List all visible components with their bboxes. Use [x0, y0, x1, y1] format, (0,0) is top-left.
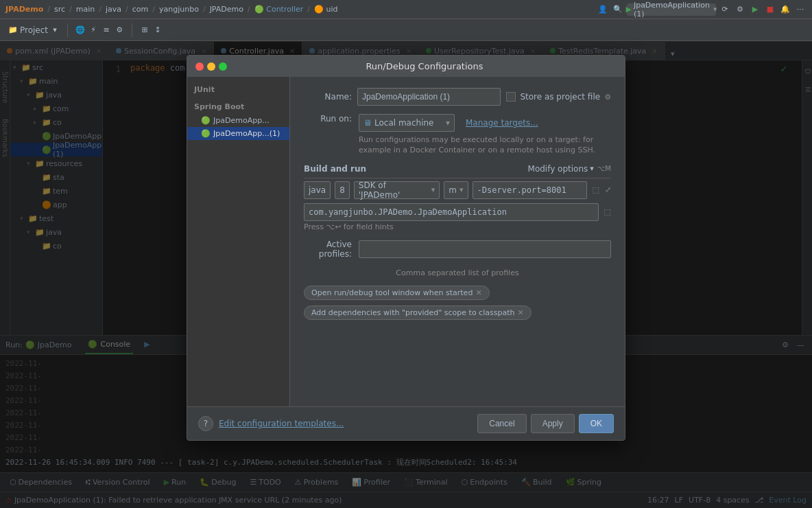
store-file-row: Store as project file ⚙ — [506, 92, 611, 102]
main-class-expand[interactable]: ⬚ — [604, 207, 611, 216]
modal-content: JUnit Spring Boot 🟢 JpaDemoApp... 🟢 JpaD… — [187, 77, 625, 406]
hint-shortcut: ⌥↩ — [326, 222, 341, 231]
sdk-java-select[interactable]: java — [304, 181, 331, 199]
field-hint: Press ⌥↩ for field hints — [304, 222, 611, 231]
top-bar: JPADemo / src / main / java / com / yang… — [0, 0, 812, 19]
sdk-java-label: java — [309, 185, 326, 195]
refresh-icon[interactable]: ⟳ — [719, 3, 731, 16]
config-jpademo-app-1[interactable]: 🟢 JpaDemoApp...(1) — [187, 127, 289, 140]
breadcrumb-controller[interactable]: 🟢 Controller — [254, 5, 304, 14]
selected-config-label: JpaDemoApp...(1) — [213, 129, 280, 138]
run-on-select[interactable]: 🖥 Local machine ▾ — [359, 114, 455, 132]
manage-targets-link[interactable]: Manage targets... — [466, 118, 538, 128]
toolbar-file-actions: ⊞ ↕ — [136, 24, 167, 36]
file-sync-icon[interactable]: ↕ — [152, 24, 164, 36]
tag-add-deps[interactable]: Add dependencies with "provided" scope t… — [304, 305, 532, 320]
close-window-btn[interactable] — [195, 62, 204, 71]
main-class-row: ⬚ — [304, 203, 611, 221]
sdk-project-label: SDK of 'JPADemo' — [359, 181, 429, 200]
expand-icon[interactable]: ⬚ — [593, 185, 599, 194]
run-on-content: 🖥 Local machine ▾ Manage targets... Run … — [359, 114, 595, 156]
user-icon[interactable]: 👤 — [597, 3, 609, 16]
toolbar: 📁 Project ▾ 🌐 ⚡ ≡ ⚙ ⊞ ↕ — [0, 19, 812, 41]
stop-icon[interactable]: ■ — [764, 3, 776, 16]
toolbar-project-group: 📁 Project ▾ — [4, 24, 64, 36]
tag-open-window-label: Open run/debug tool window when started — [311, 288, 473, 297]
top-bar-actions: 👤 🔍 ▶ JpaDemoApplication (1) ▾ ⟳ ⚙ ▶ ■ 🔔… — [597, 3, 807, 16]
config-jpademo-app[interactable]: 🟢 JpaDemoApp... — [187, 114, 289, 127]
sdk-version-select[interactable]: 8 — [335, 181, 350, 199]
modify-shortcut: ⌥M — [597, 165, 611, 172]
sdk-row: java 8 SDK of 'JPADemo' ▾ m ▾ — [304, 181, 611, 199]
notification-icon[interactable]: 🔔 — [779, 3, 791, 16]
modify-options-btn[interactable]: Modify options ▾ ⌥M — [528, 164, 611, 174]
edit-templates-link[interactable]: Edit configuration templates... — [219, 419, 344, 428]
tags-row: Open run/debug tool window when started … — [304, 286, 611, 320]
toolbar-action-4[interactable]: ⚙ — [113, 24, 126, 36]
toolbar-action-3[interactable]: ≡ — [100, 24, 112, 36]
jvm-args-input[interactable] — [473, 181, 587, 199]
sdk-module: m — [449, 185, 457, 195]
footer-left: ? Edit configuration templates... — [198, 416, 344, 431]
settings-icon[interactable]: ⚙ — [734, 3, 746, 16]
run-config-label: JpaDemoApplication (1) — [634, 1, 710, 19]
breadcrumb-src[interactable]: src — [54, 5, 65, 14]
breadcrumb-com[interactable]: com — [132, 5, 149, 14]
toolbar-action-2[interactable]: ⚡ — [87, 24, 99, 36]
breadcrumb-yangjunbo[interactable]: yangjunbo — [159, 5, 199, 14]
name-row: Name: Store as project file ⚙ — [304, 88, 611, 106]
tag-open-window-remove[interactable]: ✕ — [475, 288, 481, 297]
section-header: Build and run Modify options ▾ ⌥M — [304, 164, 611, 178]
run-on-row: Run on: 🖥 Local machine ▾ Manage targets… — [304, 114, 611, 156]
ok-button[interactable]: OK — [579, 414, 614, 433]
run-icon[interactable]: ▶ — [749, 3, 761, 16]
modal-title: Run/Debug Configurations — [232, 61, 617, 71]
cancel-button[interactable]: Cancel — [477, 414, 526, 433]
breadcrumb-main[interactable]: main — [76, 5, 95, 14]
modal-overlay: Run/Debug Configurations JUnit Spring Bo… — [0, 41, 812, 508]
help-button[interactable]: ? — [198, 416, 213, 431]
store-file-checkbox[interactable] — [506, 92, 516, 102]
hint-text: Press — [304, 222, 326, 231]
config-list-panel: JUnit Spring Boot 🟢 JpaDemoApp... 🟢 JpaD… — [187, 77, 290, 406]
run-on-hint: Run configurations may be executed local… — [359, 135, 595, 156]
tag-open-window[interactable]: Open run/debug tool window when started … — [304, 286, 490, 300]
search-icon[interactable]: 🔍 — [612, 3, 624, 16]
breadcrumb-uid[interactable]: 🟠 uid — [314, 5, 338, 14]
tag-add-deps-label: Add dependencies with "provided" scope t… — [311, 308, 514, 317]
modal-titlebar: Run/Debug Configurations — [187, 56, 625, 77]
project-dropdown[interactable]: ▾ — [49, 24, 61, 36]
file-build-icon[interactable]: ⊞ — [139, 24, 151, 36]
run-on-label: Run on: — [304, 114, 352, 124]
tag-add-deps-remove[interactable]: ✕ — [517, 308, 523, 317]
profiles-input[interactable] — [359, 240, 611, 258]
project-icon[interactable]: 📁 — [7, 24, 19, 36]
profiles-hint: Comma separated list of profiles — [304, 268, 611, 277]
run-on-controls: 🖥 Local machine ▾ Manage targets... — [359, 114, 595, 132]
breadcrumb-java[interactable]: java — [106, 5, 121, 14]
modal-form: Name: Store as project file ⚙ Run on: — [290, 77, 625, 406]
toolbar-actions: 🌐 ⚡ ≡ ⚙ — [71, 24, 128, 36]
store-file-label: Store as project file — [520, 92, 600, 102]
more-icon[interactable]: ⋯ — [794, 3, 807, 16]
run-on-value: Local machine — [374, 118, 433, 128]
profiles-row: Active profiles: — [304, 240, 611, 259]
run-debug-modal: Run/Debug Configurations JUnit Spring Bo… — [187, 55, 625, 441]
apply-button[interactable]: Apply — [531, 414, 575, 433]
sdk-version: 8 — [339, 185, 345, 195]
maximize-window-btn[interactable] — [219, 62, 227, 71]
breadcrumb-jpademo[interactable]: JPADemo — [210, 5, 243, 14]
sdk-module-select[interactable]: m ▾ — [444, 181, 468, 199]
name-label: Name: — [304, 92, 352, 102]
expand-icon-2[interactable]: ⤢ — [605, 185, 611, 194]
run-config-dropdown[interactable]: ▶ JpaDemoApplication (1) ▾ — [627, 3, 716, 16]
spring-boot-group-label: Spring Boot — [187, 100, 289, 114]
junit-group-label: JUnit — [187, 82, 289, 97]
footer-right: Cancel Apply OK — [477, 414, 614, 433]
minimize-window-btn[interactable] — [207, 62, 215, 71]
main-class-input[interactable] — [304, 203, 599, 221]
toolbar-action-1[interactable]: 🌐 — [74, 24, 86, 36]
sdk-project-select[interactable]: SDK of 'JPADemo' ▾ — [354, 181, 440, 199]
store-file-help[interactable]: ⚙ — [604, 93, 611, 102]
name-input[interactable] — [357, 88, 501, 106]
